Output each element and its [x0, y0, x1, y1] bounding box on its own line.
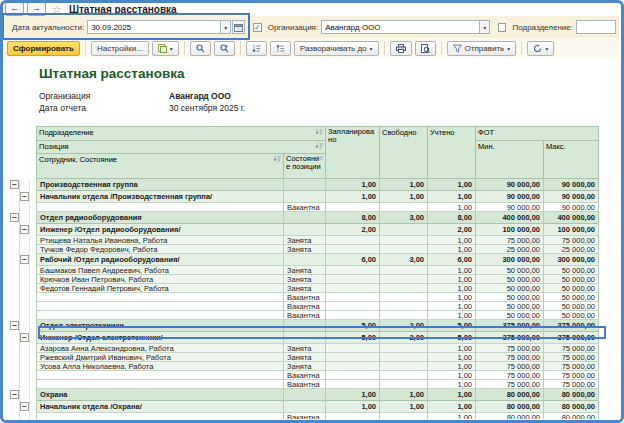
collapse-group-icon[interactable]: − — [10, 213, 19, 222]
table-cell[interactable]: 75 000,00 — [544, 380, 599, 389]
collapse-group-icon[interactable]: − — [20, 192, 29, 201]
table-cell[interactable] — [284, 191, 326, 203]
table-cell[interactable]: Начальник отдела /Охрана/ — [37, 401, 284, 413]
collapse-group-icon[interactable]: − — [20, 225, 29, 234]
table-cell[interactable] — [284, 212, 326, 224]
table-cell[interactable]: Занята — [284, 245, 326, 254]
table-cell[interactable]: 50 000,00 — [476, 284, 544, 293]
table-cell[interactable] — [326, 203, 380, 212]
table-cell[interactable] — [326, 293, 380, 302]
table-cell[interactable] — [326, 353, 380, 362]
collapse-groups-button[interactable] — [270, 41, 291, 56]
table-cell[interactable] — [37, 413, 284, 419]
collapse-group-icon[interactable]: − — [20, 333, 29, 342]
table-cell[interactable] — [284, 332, 326, 344]
table-cell[interactable] — [284, 389, 326, 401]
table-cell[interactable] — [326, 344, 380, 353]
table-cell[interactable]: 75 000,00 — [476, 344, 544, 353]
table-cell[interactable]: 25 000,00 — [476, 245, 544, 254]
table-cell[interactable]: 50 000,00 — [544, 302, 599, 311]
table-cell[interactable]: 1,00 — [428, 191, 476, 203]
table-row[interactable]: −Отдел радиооборудования8,003,008,00400 … — [8, 212, 608, 224]
table-cell[interactable]: 100 000,00 — [544, 224, 599, 236]
table-cell[interactable]: 2,00 — [326, 224, 380, 236]
table-cell[interactable]: 1,00 — [428, 371, 476, 380]
table-cell[interactable]: 2,00 — [380, 332, 428, 344]
table-row[interactable]: −Инженер /Отдел электротехники/5,002,005… — [8, 332, 608, 344]
column-header-fot[interactable]: ФОТ — [476, 127, 599, 141]
table-cell[interactable]: Федотов Геннадий Петрович, Работа — [37, 284, 284, 293]
table-row[interactable]: Азарова Анна Александровна, РаботаЗанята… — [8, 344, 608, 353]
table-cell[interactable]: Тучков Федор Федорович, Работа — [37, 245, 284, 254]
table-row[interactable]: Вакантна1,0090 000,0090 000,00 — [8, 203, 608, 212]
date-dropdown-icon[interactable]: ▾ — [221, 20, 231, 34]
table-cell[interactable]: 75 000,00 — [544, 344, 599, 353]
table-cell[interactable]: 3,00 — [380, 212, 428, 224]
table-cell[interactable]: 375 000,00 — [476, 320, 544, 332]
table-cell[interactable]: Ржевский Дмитрий Иванович, Работа — [37, 353, 284, 362]
table-cell[interactable]: Занята — [284, 284, 326, 293]
table-cell[interactable]: 3,00 — [380, 254, 428, 266]
table-cell[interactable] — [326, 362, 380, 371]
table-cell[interactable]: 1,00 — [326, 191, 380, 203]
expand-to-button[interactable]: Разворачивать до▾ — [294, 41, 379, 56]
department-input[interactable] — [576, 20, 616, 34]
table-cell[interactable]: 75 000,00 — [544, 371, 599, 380]
table-row[interactable]: Тучков Федор Федорович, РаботаЗанята1,00… — [8, 245, 608, 254]
table-cell[interactable]: 80 000,00 — [476, 389, 544, 401]
table-cell[interactable]: 80 000,00 — [544, 389, 599, 401]
table-cell[interactable]: 375 000,00 — [544, 320, 599, 332]
table-cell[interactable]: 75 000,00 — [544, 353, 599, 362]
table-cell[interactable] — [37, 311, 284, 320]
column-header-planned[interactable]: Запланировано — [326, 127, 380, 179]
find-button[interactable] — [190, 41, 211, 56]
table-cell[interactable]: 375 000,00 — [544, 332, 599, 344]
table-cell[interactable] — [326, 302, 380, 311]
table-cell[interactable]: 5,00 — [326, 320, 380, 332]
table-cell[interactable]: 6,00 — [428, 254, 476, 266]
table-cell[interactable]: Вакантна — [284, 413, 326, 419]
collapse-group-icon[interactable]: − — [10, 390, 19, 399]
table-cell[interactable] — [380, 275, 428, 284]
table-cell[interactable] — [380, 293, 428, 302]
table-cell[interactable] — [380, 224, 428, 236]
table-cell[interactable] — [380, 245, 428, 254]
table-cell[interactable]: 90 000,00 — [476, 191, 544, 203]
column-header-position-state[interactable]: Состояние позиции — [284, 154, 326, 179]
table-cell[interactable]: 1,00 — [380, 401, 428, 413]
table-cell[interactable] — [380, 311, 428, 320]
table-row[interactable]: −Рабочий /Отдел радиооборудования/6,003,… — [8, 254, 608, 266]
table-cell[interactable]: 375 000,00 — [476, 332, 544, 344]
table-cell[interactable]: 80 000,00 — [544, 401, 599, 413]
table-cell[interactable]: 400 000,00 — [476, 212, 544, 224]
table-cell[interactable]: 90 000,00 — [476, 203, 544, 212]
generate-button[interactable]: Сформировать — [7, 41, 80, 56]
table-row[interactable]: Усова Алла Николаевна, РаботаЗанята1,007… — [8, 362, 608, 371]
table-cell[interactable]: 80 000,00 — [544, 413, 599, 419]
table-cell[interactable]: 5,00 — [428, 320, 476, 332]
table-cell[interactable]: Занята — [284, 236, 326, 245]
table-cell[interactable]: Вакантна — [284, 311, 326, 320]
table-cell[interactable] — [37, 371, 284, 380]
back-arrow-icon[interactable]: ← — [5, 2, 24, 16]
table-cell[interactable]: 8,00 — [428, 212, 476, 224]
table-cell[interactable]: 80 000,00 — [476, 401, 544, 413]
table-cell[interactable] — [380, 203, 428, 212]
table-cell[interactable]: Ртищева Наталья Ивановна, Работа — [37, 236, 284, 245]
table-row[interactable]: −Производственная группа1,001,001,0090 0… — [8, 179, 608, 191]
table-cell[interactable]: 1,00 — [428, 401, 476, 413]
table-cell[interactable]: 50 000,00 — [544, 311, 599, 320]
table-cell[interactable]: 80 000,00 — [476, 413, 544, 419]
table-cell[interactable]: Занята — [284, 362, 326, 371]
table-cell[interactable] — [380, 344, 428, 353]
table-cell[interactable] — [37, 380, 284, 389]
table-cell[interactable]: 90 000,00 — [544, 191, 599, 203]
table-cell[interactable] — [326, 236, 380, 245]
table-row[interactable]: Вакантна1,0075 000,0075 000,00 — [8, 371, 608, 380]
table-cell[interactable]: 1,00 — [326, 401, 380, 413]
expand-groups-button[interactable] — [246, 41, 267, 56]
table-cell[interactable]: 5,00 — [428, 332, 476, 344]
collapse-group-icon[interactable]: − — [20, 402, 29, 411]
table-cell[interactable]: Инженер /Отдел электротехники/ — [37, 332, 284, 344]
table-cell[interactable] — [326, 245, 380, 254]
